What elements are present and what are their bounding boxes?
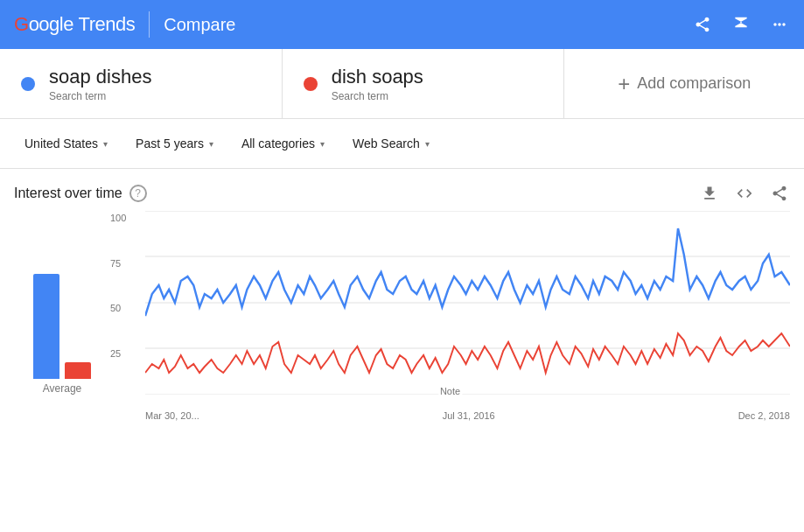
- avg-bar-red: [65, 362, 91, 379]
- add-comparison-label: Add comparison: [637, 74, 751, 93]
- category-filter-arrow: ▾: [320, 139, 325, 149]
- chart-sidebar: Average: [14, 211, 110, 421]
- x-label-end: Dec 2, 2018: [738, 410, 790, 421]
- time-filter-arrow: ▾: [209, 139, 213, 149]
- term1-name: soap dishes: [49, 66, 151, 88]
- share-chart-icon[interactable]: [769, 183, 790, 204]
- region-filter[interactable]: United States ▾: [14, 130, 118, 158]
- term2-dot: [304, 77, 318, 91]
- term1-type: Search term: [49, 90, 151, 102]
- app-header: Google Trends Compare: [0, 0, 804, 49]
- interest-header: Interest over time ?: [14, 183, 790, 204]
- x-axis: Mar 30, 20... Jul 31, 2016 Dec 2, 2018: [145, 410, 790, 421]
- x-label-mid: Jul 31, 2016: [443, 410, 495, 421]
- y-axis: 100 75 50 25: [110, 211, 145, 395]
- page-title: Compare: [164, 15, 235, 35]
- chart-container: Average 100 75 50 25: [14, 211, 790, 421]
- logo-rest: oogle: [29, 13, 79, 35]
- add-comparison-plus-icon: +: [618, 72, 630, 96]
- logo: Google Trends: [14, 13, 135, 36]
- interest-actions: [699, 183, 790, 204]
- avg-bar-blue: [33, 274, 59, 379]
- category-filter-label: All categories: [241, 136, 315, 150]
- avg-bars: [33, 239, 91, 379]
- interest-title-group: Interest over time ?: [14, 185, 147, 202]
- y-label-50: 50: [110, 303, 145, 313]
- note-label: Note: [438, 386, 462, 396]
- search-type-filter[interactable]: Web Search ▾: [342, 130, 440, 158]
- download-icon[interactable]: [699, 183, 720, 204]
- chart-main: 100 75 50 25 Note: [110, 211, 790, 421]
- y-label-75: 75: [110, 258, 145, 269]
- logo-trends: Trends: [79, 13, 136, 35]
- interest-section: Interest over time ?: [0, 169, 804, 421]
- search-term-1[interactable]: soap dishes Search term: [0, 49, 283, 118]
- term1-dot: [21, 77, 35, 91]
- search-type-filter-label: Web Search: [353, 136, 420, 150]
- header-left: Google Trends Compare: [14, 11, 236, 38]
- line-chart: [145, 211, 790, 395]
- help-char: ?: [135, 187, 141, 200]
- avg-label: Average: [43, 382, 81, 395]
- y-label-100: 100: [110, 213, 145, 223]
- header-icons: [692, 14, 790, 35]
- help-icon[interactable]: ?: [129, 185, 147, 202]
- region-filter-arrow: ▾: [103, 139, 108, 149]
- time-filter-label: Past 5 years: [136, 136, 204, 150]
- term2-type: Search term: [332, 90, 423, 102]
- search-terms-bar: soap dishes Search term dish soaps Searc…: [0, 49, 804, 119]
- term2-name: dish soaps: [332, 66, 423, 88]
- search-type-filter-arrow: ▾: [425, 139, 430, 149]
- logo-g: G: [14, 13, 29, 35]
- category-filter[interactable]: All categories ▾: [231, 130, 335, 158]
- embed-icon[interactable]: [734, 183, 755, 204]
- region-filter-label: United States: [24, 136, 98, 150]
- logo-divider: [149, 11, 150, 38]
- flag-icon[interactable]: [731, 14, 752, 35]
- y-label-25: 25: [110, 348, 145, 359]
- time-filter[interactable]: Past 5 years ▾: [125, 130, 224, 158]
- x-label-start: Mar 30, 20...: [145, 410, 199, 421]
- share-icon[interactable]: [692, 14, 713, 35]
- term2-text: dish soaps Search term: [332, 66, 423, 102]
- grid-icon[interactable]: [769, 14, 790, 35]
- add-comparison-button[interactable]: + Add comparison: [564, 49, 804, 118]
- term1-text: soap dishes Search term: [49, 66, 151, 102]
- search-term-2[interactable]: dish soaps Search term: [283, 49, 565, 118]
- red-line: [145, 333, 790, 373]
- interest-title: Interest over time: [14, 186, 122, 201]
- filter-bar: United States ▾ Past 5 years ▾ All categ…: [0, 119, 804, 169]
